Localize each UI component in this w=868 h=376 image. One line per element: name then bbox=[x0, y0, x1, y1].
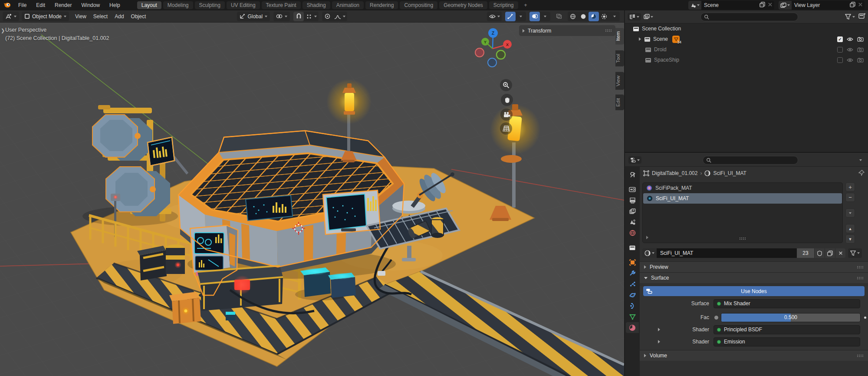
toolbar-expand-arrow[interactable]: ❯ bbox=[1, 28, 5, 33]
tab-layout[interactable]: Layout bbox=[137, 1, 161, 9]
tab-render[interactable] bbox=[626, 184, 639, 195]
exclude-checkbox-unchecked[interactable] bbox=[837, 47, 843, 53]
navigation-gizmo[interactable]: Z Y X bbox=[468, 26, 520, 139]
volume-panel-header[interactable]: Volume bbox=[640, 350, 868, 361]
outliner-filter-dropdown[interactable] bbox=[644, 14, 653, 20]
show-overlays-toggle[interactable] bbox=[529, 12, 540, 21]
falloff-dropdown[interactable] bbox=[332, 12, 343, 21]
view-layer-remove-icon[interactable] bbox=[858, 2, 863, 8]
gizmo-z-neg[interactable] bbox=[488, 58, 496, 67]
shading-material-button[interactable] bbox=[589, 12, 599, 21]
object-visibility-dropdown[interactable] bbox=[487, 12, 497, 21]
move-slot-down-button[interactable]: ▼ bbox=[845, 234, 855, 244]
fac-keyframe-dot[interactable] bbox=[864, 317, 866, 319]
sidebar-tab-item[interactable]: Item bbox=[615, 28, 624, 44]
tab-compositing[interactable]: Compositing bbox=[400, 1, 437, 9]
breadcrumb-object[interactable]: DigitalTable_01.002 bbox=[652, 170, 697, 176]
menu-object[interactable]: Object bbox=[128, 13, 150, 20]
snap-toggle[interactable] bbox=[293, 12, 304, 21]
tab-object[interactable] bbox=[626, 257, 639, 268]
properties-search-input[interactable] bbox=[703, 156, 798, 165]
menu-file[interactable]: File bbox=[13, 0, 31, 10]
new-material-copy-button[interactable] bbox=[825, 248, 835, 258]
tab-tool[interactable] bbox=[626, 169, 639, 180]
outliner-editor-type-button[interactable] bbox=[628, 13, 641, 20]
zoom-button[interactable] bbox=[500, 79, 512, 91]
editor-type-button[interactable] bbox=[3, 12, 19, 21]
cargo-chest[interactable] bbox=[197, 266, 283, 311]
slot-specials-button[interactable] bbox=[845, 208, 855, 218]
tab-scene[interactable] bbox=[626, 217, 639, 228]
scene-unlink-icon[interactable] bbox=[768, 2, 773, 8]
slot-scifipack[interactable]: SciFiPack_MAT bbox=[643, 183, 842, 193]
material-users-count[interactable]: 23 bbox=[797, 248, 814, 258]
slot-list-grip[interactable] bbox=[739, 237, 746, 240]
hide-eye-icon[interactable] bbox=[847, 37, 853, 42]
menu-help[interactable]: Help bbox=[105, 0, 125, 10]
transform-panel-header[interactable]: Transform bbox=[519, 25, 615, 36]
tab-scripting[interactable]: Scripting bbox=[489, 1, 518, 9]
perspective-toggle-button[interactable] bbox=[500, 122, 512, 135]
panel-grip[interactable] bbox=[605, 29, 612, 32]
preview-panel-header[interactable]: Preview bbox=[640, 261, 868, 272]
tab-output[interactable] bbox=[626, 195, 639, 206]
pin-icon[interactable] bbox=[858, 170, 865, 177]
shader2-field[interactable]: Emission bbox=[713, 337, 860, 346]
tab-geometry-nodes[interactable]: Geometry Nodes bbox=[439, 1, 487, 9]
tab-rendering[interactable]: Rendering bbox=[365, 1, 398, 9]
tab-shading[interactable]: Shading bbox=[302, 1, 330, 9]
shading-rendered-button[interactable] bbox=[599, 12, 609, 21]
scene-name-field[interactable]: Scene bbox=[701, 1, 758, 10]
gizmo-dropdown[interactable] bbox=[516, 12, 526, 21]
scene-browse-button[interactable] bbox=[688, 1, 701, 10]
menu-select[interactable]: Select bbox=[90, 13, 111, 20]
gizmo-x-neg[interactable] bbox=[475, 48, 484, 57]
remove-slot-button[interactable]: − bbox=[845, 193, 855, 202]
add-slot-button[interactable]: ＋ bbox=[845, 182, 855, 191]
gizmo-y-neg[interactable] bbox=[496, 50, 505, 59]
blender-logo-icon[interactable] bbox=[3, 1, 11, 9]
sidebar-tab-tool[interactable]: Tool bbox=[615, 50, 624, 66]
show-gizmo-toggle[interactable] bbox=[505, 12, 516, 21]
menu-edit[interactable]: Edit bbox=[31, 0, 50, 10]
surface-shader-field[interactable]: Mix Shader bbox=[713, 299, 860, 308]
tab-view-layer[interactable] bbox=[626, 206, 639, 217]
shading-wireframe-button[interactable] bbox=[568, 12, 578, 21]
slot-list-expand[interactable] bbox=[646, 236, 648, 239]
tab-collection[interactable] bbox=[626, 242, 639, 253]
view-layer-browse-button[interactable] bbox=[779, 1, 792, 10]
sidebar-tab-view[interactable]: View bbox=[615, 72, 624, 90]
pivot-point-dropdown[interactable] bbox=[273, 12, 290, 21]
hide-eye-icon[interactable] bbox=[847, 47, 853, 52]
transform-orientation-dropdown[interactable]: Global bbox=[237, 12, 270, 21]
properties-editor-type-button[interactable] bbox=[628, 156, 641, 164]
shading-dropdown[interactable] bbox=[609, 12, 620, 21]
outliner-row-spaceship[interactable]: SpaceShip bbox=[625, 55, 868, 65]
add-workspace-button[interactable]: + bbox=[520, 1, 532, 9]
use-nodes-button[interactable]: Use Nodes bbox=[643, 286, 865, 296]
slot-scifi-ui[interactable]: SciFi_UI_MAT bbox=[643, 193, 842, 204]
menu-render[interactable]: Render bbox=[50, 0, 76, 10]
move-slot-up-button[interactable]: ▲ bbox=[845, 224, 855, 233]
sidebar-tab-edit[interactable]: Edit bbox=[615, 95, 624, 110]
shader1-field[interactable]: Principled BSDF bbox=[713, 325, 860, 334]
render-camera-icon[interactable] bbox=[857, 47, 864, 52]
tab-object-data[interactable] bbox=[626, 311, 639, 322]
tab-particles[interactable] bbox=[626, 279, 639, 290]
outliner-search-input[interactable] bbox=[700, 13, 798, 21]
xray-toggle[interactable] bbox=[554, 12, 564, 21]
outliner-row-droid[interactable]: Droid bbox=[625, 44, 868, 55]
outliner-row-scene-collection[interactable]: Scene Collection bbox=[625, 23, 868, 34]
exclude-checkbox-unchecked[interactable] bbox=[837, 57, 843, 63]
tab-modifiers[interactable] bbox=[626, 268, 639, 279]
tab-uv-editing[interactable]: UV Editing bbox=[227, 1, 260, 9]
view-layer-copy-icon[interactable] bbox=[850, 2, 855, 9]
viewport-scene[interactable] bbox=[0, 23, 624, 376]
tab-sculpting[interactable]: Sculpting bbox=[195, 1, 225, 9]
outliner-row-scene[interactable]: Scene 34 ✓ bbox=[625, 34, 868, 44]
material-specials-dropdown[interactable] bbox=[848, 248, 862, 258]
fac-socket[interactable] bbox=[713, 315, 719, 320]
outliner-filter-button[interactable] bbox=[845, 14, 855, 20]
orange-crate[interactable] bbox=[169, 292, 201, 324]
browse-material-button[interactable] bbox=[642, 248, 657, 258]
